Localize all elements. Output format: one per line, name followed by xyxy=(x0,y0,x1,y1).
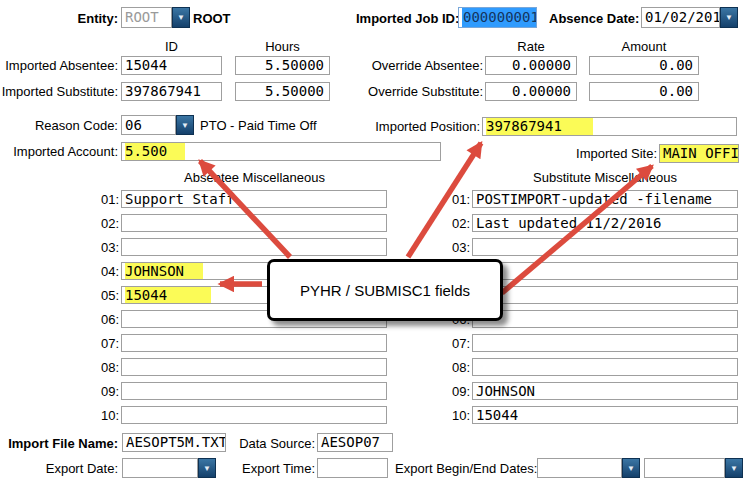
data-source-label: Data Source: xyxy=(227,434,315,453)
substitute-misc-row-label: 09: xyxy=(440,382,470,401)
absentee-misc-row-label: 05: xyxy=(89,286,119,305)
export-end-date-combobox[interactable]: ▼ xyxy=(644,458,743,478)
entity-label: Entity: xyxy=(28,9,118,28)
entity-combobox[interactable]: ROOT ▼ xyxy=(121,7,190,28)
imported-site-input[interactable]: MAIN OFFI xyxy=(659,144,739,163)
absentee-misc-08-input[interactable] xyxy=(121,358,387,376)
import-file-name-label: Import File Name: xyxy=(0,434,118,453)
amount-column-header: Amount xyxy=(589,40,699,54)
imported-job-id-label: Imported Job ID: xyxy=(356,9,456,28)
absentee-misc-row-label: 02: xyxy=(89,214,119,233)
imported-absentee-hours-input[interactable]: 5.50000 xyxy=(235,56,330,75)
dropdown-arrow-icon: ▼ xyxy=(203,464,211,473)
export-date-combobox[interactable]: ▼ xyxy=(122,458,216,478)
imported-position-highlighted-value: 397867941 xyxy=(486,118,593,135)
absentee-misc-row-label: 04: xyxy=(89,262,119,281)
export-begin-date-value-field[interactable] xyxy=(537,458,622,478)
absence-date-dropdown-button[interactable]: ▼ xyxy=(720,7,738,28)
rate-column-header: Rate xyxy=(485,40,577,54)
import-file-name-input[interactable]: AESOPT5M.TXT xyxy=(122,433,226,452)
reason-code-dropdown-button[interactable]: ▼ xyxy=(176,115,194,135)
substitute-misc-08-input[interactable] xyxy=(472,358,738,376)
export-end-date-value-field[interactable] xyxy=(644,458,725,478)
absentee-misc-07-input[interactable] xyxy=(121,334,387,352)
imported-absence-form: Entity: ROOT ▼ ROOT Imported Job ID: 000… xyxy=(0,0,744,482)
substitute-misc-07-input[interactable] xyxy=(472,334,738,352)
reason-code-label: Reason Code: xyxy=(30,116,118,135)
export-begin-date-combobox[interactable]: ▼ xyxy=(537,458,640,478)
imported-job-id-selected-text: 000000001 xyxy=(462,8,537,27)
imported-substitute-label: Imported Substitute: xyxy=(0,82,118,101)
data-source-input[interactable]: AESOP07 xyxy=(317,433,393,452)
absentee-misc-row-label: 07: xyxy=(89,334,119,353)
hours-column-header: Hours xyxy=(235,40,330,54)
reason-code-value-field[interactable]: 06 xyxy=(121,115,176,135)
absence-date-label: Absence Date: xyxy=(549,9,639,28)
absentee-misc-row-label: 01: xyxy=(89,190,119,209)
absentee-misc-05-highlighted-value: 15044 xyxy=(125,287,211,304)
entity-dropdown-button[interactable]: ▼ xyxy=(172,7,190,28)
dropdown-arrow-icon: ▼ xyxy=(725,13,733,22)
override-absentee-label: Override Absentee: xyxy=(365,56,483,75)
substitute-misc-05-input[interactable] xyxy=(472,286,738,304)
substitute-misc-row-label: 02: xyxy=(440,214,470,233)
imported-substitute-id-input[interactable]: 397867941 xyxy=(121,82,222,101)
absence-date-value-field[interactable]: 01/02/2018 xyxy=(641,7,720,28)
absentee-misc-03-input[interactable] xyxy=(121,238,387,256)
substitute-misc-02-input[interactable]: Last updated 11/2/2016 xyxy=(472,214,738,232)
export-date-label: Export Date: xyxy=(30,459,118,478)
absentee-misc-10-input[interactable] xyxy=(121,406,387,424)
imported-account-input[interactable]: 5.500 xyxy=(121,142,441,161)
substitute-misc-01-input[interactable]: POSTIMPORT-updated -filename xyxy=(472,190,738,208)
override-absentee-rate-input[interactable]: 0.00000 xyxy=(485,56,577,75)
dropdown-arrow-icon: ▼ xyxy=(627,464,635,473)
absentee-misc-row-label: 09: xyxy=(89,382,119,401)
imported-absentee-label: Imported Absentee: xyxy=(0,56,118,75)
imported-account-highlighted-value: 5.500 xyxy=(125,143,185,160)
imported-position-label: Imported Position: xyxy=(370,117,480,136)
export-time-input[interactable] xyxy=(317,458,388,478)
imported-site-label: Imported Site: xyxy=(560,144,657,163)
substitute-misc-03-input[interactable] xyxy=(472,238,738,256)
substitute-misc-09-input[interactable]: JOHNSON xyxy=(472,382,738,400)
reason-code-description: PTO - Paid Time Off xyxy=(200,116,317,135)
substitute-misc-row-label: 01: xyxy=(440,190,470,209)
id-column-header: ID xyxy=(121,40,222,54)
callout-text: PYHR / SUBMISC1 fields xyxy=(300,282,470,299)
substitute-misc-row-label: 08: xyxy=(440,358,470,377)
dropdown-arrow-icon: ▼ xyxy=(730,464,738,473)
export-begin-date-dropdown-button[interactable]: ▼ xyxy=(622,458,640,478)
override-substitute-amount-input[interactable]: 0.00 xyxy=(589,82,699,101)
dropdown-arrow-icon: ▼ xyxy=(181,121,189,130)
dropdown-arrow-icon: ▼ xyxy=(177,13,185,22)
absentee-misc-row-label: 08: xyxy=(89,358,119,377)
absentee-misc-row-label: 03: xyxy=(89,238,119,257)
substitute-misc-row-label: 03: xyxy=(440,238,470,257)
imported-account-label: Imported Account: xyxy=(0,142,118,161)
override-substitute-rate-input[interactable]: 0.00000 xyxy=(485,82,577,101)
imported-substitute-hours-input[interactable]: 5.50000 xyxy=(235,82,330,101)
imported-absentee-id-input[interactable]: 15044 xyxy=(121,56,222,75)
override-substitute-label: Override Substitute: xyxy=(365,82,483,101)
imported-position-input[interactable]: 397867941 xyxy=(482,117,737,136)
substitute-misc-row-label: 07: xyxy=(440,334,470,353)
entity-description: ROOT xyxy=(193,9,231,28)
substitute-misc-10-input[interactable]: 15044 xyxy=(472,406,738,424)
reason-code-combobox[interactable]: 06 ▼ xyxy=(121,115,194,135)
override-absentee-amount-input[interactable]: 0.00 xyxy=(589,56,699,75)
absentee-misc-02-input[interactable] xyxy=(121,214,387,232)
absentee-misc-04-highlighted-value: JOHNSON xyxy=(125,263,203,280)
substitute-misc-06-input[interactable] xyxy=(472,310,738,328)
absentee-misc-row-label: 10: xyxy=(89,406,119,425)
substitute-misc-row-label: 10: xyxy=(440,406,470,425)
export-end-date-dropdown-button[interactable]: ▼ xyxy=(725,458,743,478)
absentee-misc-01-input[interactable]: Support Staff xyxy=(121,190,387,208)
entity-value-field[interactable]: ROOT xyxy=(121,7,172,28)
export-date-dropdown-button[interactable]: ▼ xyxy=(198,458,216,478)
imported-job-id-input[interactable]: 000000001 xyxy=(458,7,537,28)
export-begin-end-dates-label: Export Begin/End Dates: xyxy=(395,459,533,478)
absentee-misc-09-input[interactable] xyxy=(121,382,387,400)
substitute-misc-04-input[interactable] xyxy=(472,262,738,280)
absence-date-combobox[interactable]: 01/02/2018 ▼ xyxy=(641,7,738,28)
export-date-value-field[interactable] xyxy=(122,458,198,478)
